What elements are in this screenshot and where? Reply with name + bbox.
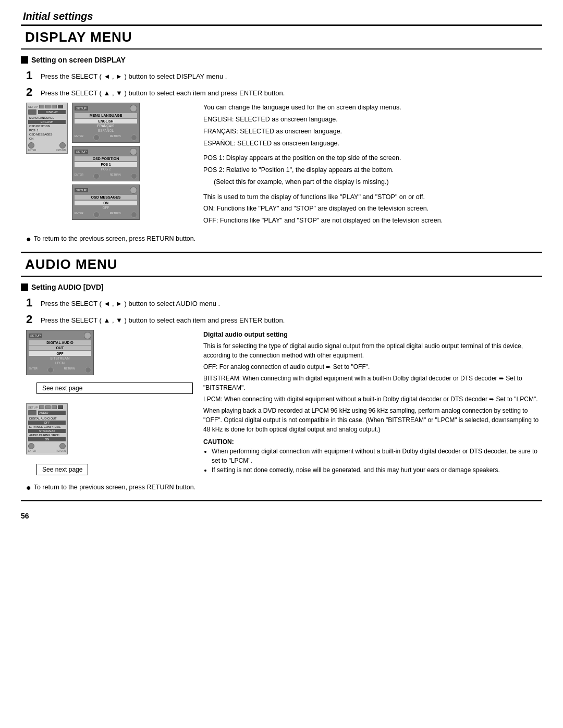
op-setup-tag: SETUP <box>75 150 88 154</box>
ld-item-pos1: POS .1 <box>28 128 66 132</box>
desc-om-on: ON: Functions like "PLAY" and "STOP" are… <box>203 204 542 214</box>
caution-item-2: If setting is not done correctly, noise … <box>212 465 542 475</box>
da-option-bitstream: BITSTREAM <box>29 356 91 361</box>
audio-left-device-row: SETUP AUDIO DIGITAL AUDIO OUT OFF <box>26 403 193 454</box>
ld-return-label: RETURN <box>56 149 66 152</box>
audio-ld-title: AUDIO <box>38 411 66 415</box>
audio-ld-enter-label: ENTER <box>28 450 36 452</box>
audio-menu-title: AUDIO MENU <box>25 256 538 273</box>
display-subsection-label: Setting on screen DISPLAY <box>31 56 126 64</box>
desc-om-intro: This is used to turn the display of func… <box>203 192 542 202</box>
display-screens-column: SETUP DISPLAY MENU LANGUAGE ENGLISH <box>26 103 193 231</box>
desc-menu-language: You can change the language used for the… <box>203 103 542 148</box>
desc-ml-espanol: ESPAÑOL: SELECTED as onscreen language. <box>203 139 542 149</box>
display-step2-text: Press the SELECT ( ▲ , ▼ ) button to sel… <box>41 86 285 98</box>
desc-osd-position: POS 1: Display appears at the position o… <box>203 153 542 187</box>
audio-ld-digital-audio-out: DIGITAL AUDIO OUT <box>28 416 66 421</box>
desc-pos2: POS 2: Relative to "Position 1", the dis… <box>203 165 542 175</box>
see-next-page-btn-1[interactable]: See next page <box>36 382 193 394</box>
osd-messages-screen: SETUP OSD MESSAGES ON OFF ENTER RETURN <box>72 184 140 220</box>
audio-step1-text: Press the SELECT ( ◄ , ► ) button to sel… <box>41 297 220 309</box>
display-return-text: To return to the previous screen, press … <box>34 235 196 242</box>
ml-option-english: ENGLISH <box>75 119 137 124</box>
desc-ml-intro: You can change the language used for the… <box>203 103 542 113</box>
om-menu-title: OSD MESSAGES <box>75 195 137 200</box>
audio-return-note: ● To return to the previous screen, pres… <box>26 484 542 492</box>
caution-list: When performing digital connection with … <box>203 447 542 475</box>
bullet-icon: ● <box>26 235 31 243</box>
ld-item-menu-language: MENU LANGUAGE <box>28 116 66 120</box>
audio-content: SETUP DIGITAL AUDIO OUT OFF BITSTREAM LP… <box>21 330 542 477</box>
da-option-lpcm: LPCM <box>29 361 91 365</box>
osd-position-screen: SETUP OSD POSITION POS 1 POS 2 ENTER RET… <box>72 146 140 181</box>
desc-om-off: OFF: Functions like "PLAY" and "STOP" ar… <box>203 216 542 226</box>
audio-return-text: To return to the previous screen, press … <box>34 484 196 491</box>
audio-step1: 1 Press the SELECT ( ◄ , ► ) button to s… <box>21 297 542 309</box>
ml-enter-label: ENTER <box>75 134 83 141</box>
display-screen-row-1: SETUP DISPLAY MENU LANGUAGE ENGLISH <box>26 103 193 220</box>
da-bitstream-desc: BITSTREAM: When connecting with digital … <box>203 374 542 392</box>
audio-step1-number: 1 <box>26 297 41 309</box>
see-next-page-btn-2[interactable]: See next page <box>36 464 88 475</box>
display-step2: 2 Press the SELECT ( ▲ , ▼ ) button to s… <box>21 86 542 98</box>
ml-return-label: RETURN <box>110 134 121 141</box>
ml-disc-icon <box>130 105 137 112</box>
audio-ld-return-icon <box>59 443 66 449</box>
display-step1-text: Press the SELECT ( ◄ , ► ) button to sel… <box>41 69 227 82</box>
da-option-off: OFF <box>29 351 91 356</box>
op-disc-icon <box>130 148 137 155</box>
see-next-page-btn-2-area: See next page <box>26 462 193 477</box>
audio-ld-during-srch: AUDIO DURING SRCH <box>28 433 66 437</box>
da-return-icon <box>85 367 91 373</box>
ld-setup-label: SETUP <box>28 105 38 108</box>
audio-subsection-label: Setting AUDIO [DVD] <box>31 283 104 291</box>
display-content: SETUP DISPLAY MENU LANGUAGE ENGLISH <box>21 103 542 231</box>
display-menu-title: DISPLAY MENU <box>25 29 538 45</box>
ld-item-osd-messages: OSD MESSAGES <box>28 132 66 137</box>
ml-option-espanol: ESPAÑOL <box>75 128 137 133</box>
audio-step2-number: 2 <box>26 313 41 326</box>
page-number: 56 <box>21 512 29 520</box>
see-next-page-area: See next page <box>26 380 193 396</box>
display-step1-number: 1 <box>26 69 41 82</box>
menu-language-screen: SETUP MENU LANGUAGE ENGLISH FRANÇAIS ESP… <box>72 103 140 143</box>
da-lpcm-desc: LPCM: When connecting with digital equip… <box>203 394 542 404</box>
audio-screen-row: SETUP DIGITAL AUDIO OUT OFF BITSTREAM LP… <box>26 330 193 375</box>
desc-ml-english: ENGLISH: SELECTED as onscreen language. <box>203 115 542 125</box>
da-note: When playing back a DVD recorded at LPCM… <box>203 406 542 434</box>
audio-ld-enter-icon <box>28 443 34 449</box>
om-enter-label: ENTER <box>75 212 83 218</box>
da-disc-icon <box>84 332 91 339</box>
op-menu-title: OSD POSITION <box>75 156 137 161</box>
display-subsection-header: Setting on screen DISPLAY <box>21 56 542 64</box>
ml-option-francais: FRANÇAIS <box>75 124 137 128</box>
desc-pos1: POS 1: Display appears at the position o… <box>203 153 542 163</box>
audio-step2: 2 Press the SELECT ( ▲ , ▼ ) button to s… <box>21 313 542 326</box>
audio-subsection-header: Setting AUDIO [DVD] <box>21 283 542 291</box>
op-option-pos1: POS 1 <box>75 162 137 167</box>
da-desc1: This is for selecting the type of digita… <box>203 341 542 360</box>
op-option-pos2: POS 2 <box>75 167 137 171</box>
display-step2-number: 2 <box>26 86 41 98</box>
audio-ld-on: ON <box>28 437 66 441</box>
ld-enter-icon <box>28 142 34 149</box>
audio-step2-text: Press the SELECT ( ▲ , ▼ ) button to sel… <box>41 313 285 326</box>
display-right-screens: SETUP MENU LANGUAGE ENGLISH FRANÇAIS ESP… <box>72 103 140 220</box>
da-return-label: RETURN <box>64 367 75 373</box>
caution-item-1: When performing digital connection with … <box>212 447 542 465</box>
page-footer: 56 <box>21 500 542 520</box>
ld-display-title: DISPLAY <box>38 110 66 114</box>
audio-menu-header: AUDIO MENU <box>21 252 542 277</box>
da-caution-title: CAUTION: <box>203 437 542 447</box>
om-enter-icon <box>93 212 100 218</box>
op-return-label: RETURN <box>110 173 121 179</box>
ld-item-osd-position: OSD POSITION <box>28 124 66 128</box>
da-setup-tag: SETUP <box>29 334 42 338</box>
ld-item-english: ENGLISH <box>28 120 66 124</box>
audio-ld-d-range: D. RANGE COMPRESS. <box>28 425 66 429</box>
om-setup-tag: SETUP <box>75 188 88 192</box>
op-enter-icon <box>93 173 100 179</box>
audio-black-square-icon <box>21 283 28 291</box>
om-option-on: ON <box>75 201 137 205</box>
display-step1: 1 Press the SELECT ( ◄ , ► ) button to s… <box>21 69 542 82</box>
